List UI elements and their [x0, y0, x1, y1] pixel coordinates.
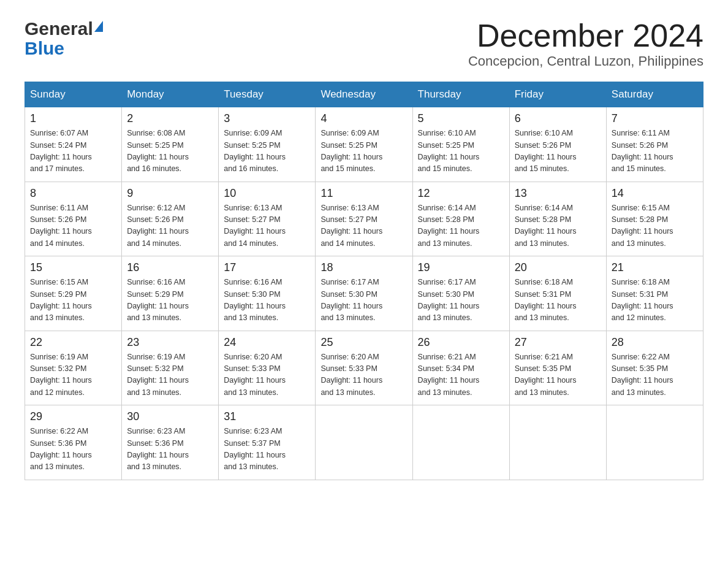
- day-info: Sunrise: 6:21 AMSunset: 5:34 PMDaylight:…: [418, 351, 504, 399]
- calendar-cell: [412, 405, 509, 480]
- day-number: 24: [224, 336, 310, 349]
- calendar-cell: 24Sunrise: 6:20 AMSunset: 5:33 PMDayligh…: [219, 331, 316, 405]
- day-number: 1: [30, 112, 116, 125]
- day-number: 5: [418, 112, 504, 125]
- calendar-cell: 22Sunrise: 6:19 AMSunset: 5:32 PMDayligh…: [25, 331, 122, 405]
- day-number: 27: [515, 336, 601, 349]
- calendar-week-row: 22Sunrise: 6:19 AMSunset: 5:32 PMDayligh…: [25, 331, 703, 405]
- day-info: Sunrise: 6:20 AMSunset: 5:33 PMDaylight:…: [224, 351, 310, 399]
- day-info: Sunrise: 6:19 AMSunset: 5:32 PMDaylight:…: [30, 351, 116, 399]
- calendar-cell: 8Sunrise: 6:11 AMSunset: 5:26 PMDaylight…: [25, 182, 122, 256]
- calendar-cell: 20Sunrise: 6:18 AMSunset: 5:31 PMDayligh…: [509, 256, 606, 331]
- calendar-cell: [606, 405, 703, 480]
- header-wednesday: Wednesday: [316, 82, 412, 107]
- day-info: Sunrise: 6:18 AMSunset: 5:31 PMDaylight:…: [612, 277, 698, 324]
- logo: General Blue: [25, 18, 103, 59]
- day-number: 28: [612, 336, 698, 349]
- calendar-cell: 13Sunrise: 6:14 AMSunset: 5:28 PMDayligh…: [509, 182, 606, 256]
- calendar-cell: 23Sunrise: 6:19 AMSunset: 5:32 PMDayligh…: [122, 331, 219, 405]
- calendar-cell: 26Sunrise: 6:21 AMSunset: 5:34 PMDayligh…: [412, 331, 509, 405]
- day-info: Sunrise: 6:17 AMSunset: 5:30 PMDaylight:…: [418, 277, 504, 324]
- day-info: Sunrise: 6:11 AMSunset: 5:26 PMDaylight:…: [30, 202, 116, 250]
- calendar-cell: 30Sunrise: 6:23 AMSunset: 5:36 PMDayligh…: [122, 405, 219, 480]
- calendar-table: SundayMondayTuesdayWednesdayThursdayFrid…: [25, 82, 703, 480]
- location-title: Concepcion, Central Luzon, Philippines: [468, 53, 703, 69]
- day-info: Sunrise: 6:13 AMSunset: 5:27 PMDaylight:…: [320, 202, 407, 250]
- calendar-cell: 21Sunrise: 6:18 AMSunset: 5:31 PMDayligh…: [606, 256, 703, 331]
- day-number: 3: [224, 112, 310, 125]
- day-info: Sunrise: 6:14 AMSunset: 5:28 PMDaylight:…: [515, 202, 601, 250]
- day-number: 12: [418, 187, 504, 200]
- month-title: December 2024: [468, 18, 703, 53]
- calendar-cell: [509, 405, 606, 480]
- logo-general-text: General: [25, 18, 93, 39]
- calendar-cell: 18Sunrise: 6:17 AMSunset: 5:30 PMDayligh…: [316, 256, 412, 331]
- calendar-cell: 11Sunrise: 6:13 AMSunset: 5:27 PMDayligh…: [316, 182, 412, 256]
- calendar-cell: 29Sunrise: 6:22 AMSunset: 5:36 PMDayligh…: [25, 405, 122, 480]
- calendar-cell: 6Sunrise: 6:10 AMSunset: 5:26 PMDaylight…: [509, 107, 606, 182]
- logo-arrow-icon: [94, 21, 103, 32]
- day-info: Sunrise: 6:21 AMSunset: 5:35 PMDaylight:…: [515, 351, 601, 399]
- day-number: 15: [30, 261, 116, 274]
- day-info: Sunrise: 6:07 AMSunset: 5:24 PMDaylight:…: [30, 128, 116, 175]
- day-info: Sunrise: 6:14 AMSunset: 5:28 PMDaylight:…: [418, 202, 504, 250]
- day-number: 9: [127, 187, 213, 200]
- day-number: 18: [320, 261, 407, 274]
- calendar-cell: 31Sunrise: 6:23 AMSunset: 5:37 PMDayligh…: [219, 405, 316, 480]
- calendar-cell: 16Sunrise: 6:16 AMSunset: 5:29 PMDayligh…: [122, 256, 219, 331]
- day-info: Sunrise: 6:09 AMSunset: 5:25 PMDaylight:…: [320, 128, 407, 175]
- day-info: Sunrise: 6:10 AMSunset: 5:26 PMDaylight:…: [515, 128, 601, 175]
- day-info: Sunrise: 6:23 AMSunset: 5:37 PMDaylight:…: [224, 426, 310, 473]
- calendar-cell: 15Sunrise: 6:15 AMSunset: 5:29 PMDayligh…: [25, 256, 122, 331]
- day-info: Sunrise: 6:16 AMSunset: 5:30 PMDaylight:…: [224, 277, 310, 324]
- calendar-cell: 19Sunrise: 6:17 AMSunset: 5:30 PMDayligh…: [412, 256, 509, 331]
- calendar-cell: 3Sunrise: 6:09 AMSunset: 5:25 PMDaylight…: [219, 107, 316, 182]
- day-info: Sunrise: 6:22 AMSunset: 5:36 PMDaylight:…: [30, 426, 116, 473]
- calendar-cell: 2Sunrise: 6:08 AMSunset: 5:25 PMDaylight…: [122, 107, 219, 182]
- calendar-cell: 17Sunrise: 6:16 AMSunset: 5:30 PMDayligh…: [219, 256, 316, 331]
- day-info: Sunrise: 6:11 AMSunset: 5:26 PMDaylight:…: [612, 128, 698, 175]
- day-number: 23: [127, 336, 213, 349]
- day-number: 8: [30, 187, 116, 200]
- calendar-cell: 5Sunrise: 6:10 AMSunset: 5:25 PMDaylight…: [412, 107, 509, 182]
- day-info: Sunrise: 6:15 AMSunset: 5:29 PMDaylight:…: [30, 277, 116, 324]
- day-number: 30: [127, 410, 213, 423]
- calendar-cell: 28Sunrise: 6:22 AMSunset: 5:35 PMDayligh…: [606, 331, 703, 405]
- logo-blue-text: Blue: [25, 38, 64, 59]
- day-number: 2: [127, 112, 213, 125]
- header-monday: Monday: [122, 82, 219, 107]
- calendar-cell: 12Sunrise: 6:14 AMSunset: 5:28 PMDayligh…: [412, 182, 509, 256]
- day-number: 29: [30, 410, 116, 423]
- day-number: 22: [30, 336, 116, 349]
- calendar-cell: 10Sunrise: 6:13 AMSunset: 5:27 PMDayligh…: [219, 182, 316, 256]
- calendar-header-row: SundayMondayTuesdayWednesdayThursdayFrid…: [25, 82, 703, 107]
- calendar-cell: 9Sunrise: 6:12 AMSunset: 5:26 PMDaylight…: [122, 182, 219, 256]
- day-number: 17: [224, 261, 310, 274]
- day-info: Sunrise: 6:20 AMSunset: 5:33 PMDaylight:…: [320, 351, 407, 399]
- calendar-cell: 27Sunrise: 6:21 AMSunset: 5:35 PMDayligh…: [509, 331, 606, 405]
- day-info: Sunrise: 6:15 AMSunset: 5:28 PMDaylight:…: [612, 202, 698, 250]
- title-block: December 2024 Concepcion, Central Luzon,…: [468, 18, 703, 69]
- day-number: 10: [224, 187, 310, 200]
- calendar-cell: 7Sunrise: 6:11 AMSunset: 5:26 PMDaylight…: [606, 107, 703, 182]
- day-number: 31: [224, 410, 310, 423]
- header-sunday: Sunday: [25, 82, 122, 107]
- day-number: 4: [320, 112, 407, 125]
- calendar-week-row: 29Sunrise: 6:22 AMSunset: 5:36 PMDayligh…: [25, 405, 703, 480]
- calendar-cell: 25Sunrise: 6:20 AMSunset: 5:33 PMDayligh…: [316, 331, 412, 405]
- day-number: 13: [515, 187, 601, 200]
- header-friday: Friday: [509, 82, 606, 107]
- day-info: Sunrise: 6:16 AMSunset: 5:29 PMDaylight:…: [127, 277, 213, 324]
- day-number: 21: [612, 261, 698, 274]
- day-number: 11: [320, 187, 407, 200]
- calendar-cell: [316, 405, 412, 480]
- day-info: Sunrise: 6:13 AMSunset: 5:27 PMDaylight:…: [224, 202, 310, 250]
- day-info: Sunrise: 6:12 AMSunset: 5:26 PMDaylight:…: [127, 202, 213, 250]
- day-number: 25: [320, 336, 407, 349]
- calendar-week-row: 15Sunrise: 6:15 AMSunset: 5:29 PMDayligh…: [25, 256, 703, 331]
- day-info: Sunrise: 6:17 AMSunset: 5:30 PMDaylight:…: [320, 277, 407, 324]
- day-number: 7: [612, 112, 698, 125]
- day-number: 14: [612, 187, 698, 200]
- day-info: Sunrise: 6:22 AMSunset: 5:35 PMDaylight:…: [612, 351, 698, 399]
- day-number: 26: [418, 336, 504, 349]
